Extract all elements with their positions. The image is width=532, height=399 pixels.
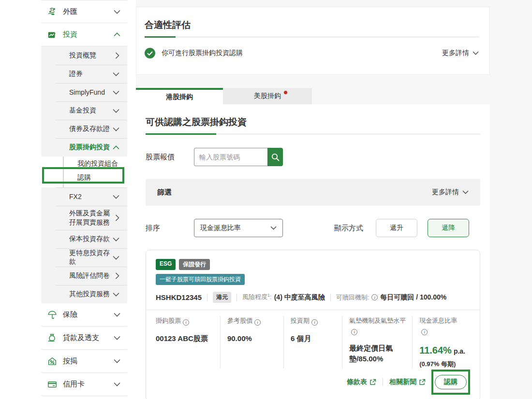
sidebar-item-other-investment-services[interactable]: 其他投資服務 [41,285,127,303]
product-actions-row: 條款表 相關新聞 認購 [156,370,470,395]
callable-mechanism-value: 每日可贖回 / 100.00% [380,293,446,302]
divider [207,294,207,301]
chevron-down-icon [113,109,119,113]
sidebar-item-loans-overdraft[interactable]: 貸款及透支 [41,327,127,350]
chevron-down-icon [270,226,277,230]
sidebar-item-bonds-cds[interactable]: 債券及存款證 [41,120,127,138]
info-icon[interactable]: i [421,329,428,335]
risk-level-label: 風險程度1: [242,293,272,301]
chevron-right-icon [115,272,119,279]
product-card: ESG 保證發行 一籃子股票可贖回股票掛鈎投資 HSHKD12345 港元 風險… [146,250,480,399]
chevron-down-icon [114,10,120,14]
filter-panel: 篩選 更多詳情 [146,179,480,206]
sort-row: 排序 現金派息比率 顯示方式 遞升 遞降 [146,219,480,237]
sort-descending-button[interactable]: 遞降 [428,219,469,237]
filter-more-details[interactable]: 更多詳情 [432,188,469,197]
section-rule [146,134,480,134]
chevron-down-icon [114,313,120,317]
listing-title: 可供認購之股票掛鈎投資 [146,116,480,128]
info-icon[interactable]: i [183,319,189,326]
column-header: 投資期i [291,316,337,326]
divider [383,378,383,386]
info-icon[interactable]: i [351,329,357,335]
money-bag-icon [47,333,58,343]
stock-quote-label: 股票報價 [146,153,194,162]
main-content: 合適性評估 你可進行股票掛鈎投資認購 更多詳情 港股掛鈎 美股掛鈎 可供認購之股… [136,0,532,399]
product-detail-columns: 掛鈎股票i 00123 ABC股票 參考股價i 90.00% 投資期i 6 個月… [156,316,470,369]
chevron-down-icon [462,190,469,194]
reference-price-value: 90.00% [227,333,279,344]
house-percent-icon [47,356,58,367]
chevron-down-icon [113,195,119,199]
search-button[interactable] [267,148,283,166]
suitability-card: 合適性評估 你可進行股票掛鈎投資認購 更多詳情 [136,7,490,75]
sidebar-item-label: 外匯 [63,7,77,16]
subscribe-button[interactable]: 認購 [435,375,467,389]
guaranteed-issue-badge: 保證發行 [179,259,210,270]
divider [146,310,480,310]
callable-mechanism-label: 可贖回機制: [336,293,369,302]
sidebar-item-subscribe[interactable]: 認購 [41,170,127,185]
sidebar-item-capital-protected-deposit[interactable]: 保本投資存款 [41,230,127,248]
chevron-down-icon [113,90,119,95]
display-mode-label: 顯示方式 [334,224,363,233]
stock-number-input[interactable] [194,148,267,166]
notification-dot [284,91,287,94]
suitability-message: 你可進行股票掛鈎投資認購 [162,49,243,57]
tab-bar: 港股掛鈎 美股掛鈎 [136,88,312,104]
info-icon[interactable]: i [311,319,318,326]
per-period-rate: (0.97% 每期) [419,359,465,369]
suitability-more-details[interactable]: 更多詳情 [442,49,479,57]
sidebar-item-simplyfund[interactable]: SimplyFund [41,83,127,101]
sidebar-item-label: 按揭 [63,356,77,366]
sidebar-item-securities[interactable]: 證券 [41,65,127,83]
chevron-down-icon [114,336,120,340]
sort-select[interactable]: 現金派息比率 [194,219,283,237]
sidebar-item-risk-questionnaire[interactable]: 風險評估問卷 [41,267,127,285]
chevron-down-icon [114,359,120,363]
sidebar-item-fx2[interactable]: FX2 [41,187,127,206]
tab-hk-equity-linked[interactable]: 港股掛鈎 [136,88,223,104]
related-news-link[interactable]: 相關新聞 [389,378,426,386]
linked-stock-value: 00123 ABC股票 [156,333,215,344]
sidebar-item-enhanced-yield-deposit[interactable]: 更特息投資存款 [41,248,127,267]
sidebar-item-fx[interactable]: FX 外匯 [41,0,127,23]
info-icon[interactable]: i [371,294,378,300]
sidebar-item-fx-precious-metals-margin[interactable]: 外匯及貴金屬孖展買賣服務 [41,206,127,230]
tab-us-equity-linked[interactable]: 美股掛鈎 [223,88,312,104]
tenor-value: 6 個月 [291,333,337,344]
sidebar-item-equity-linked-investment[interactable]: 股票掛鈎投資 [41,138,127,157]
fx-icon: FX [47,6,58,17]
listing-panel: 可供認購之股票掛鈎投資 股票報價 篩選 更多詳情 排序 現金派息比率 [136,104,490,399]
sidebar: FX 外匯 投資 投資概覽 證券 SimplyFund 基金投資 [41,0,127,396]
sort-ascending-button[interactable]: 遞升 [376,219,417,237]
info-icon[interactable]: i [254,319,261,326]
column-header: 現金派息比率i [419,316,465,335]
external-link-icon [419,379,426,385]
sidebar-item-investment-overview[interactable]: 投資概覽 [41,46,127,65]
sidebar-item-funds[interactable]: 基金投資 [41,101,127,120]
search-icon [271,153,280,162]
chevron-down-icon [113,237,119,242]
risk-level-value: (4) 中度至高風險 [274,293,325,302]
svg-text:FX: FX [51,9,55,12]
sidebar-item-my-portfolio[interactable]: 我的投資組合 [41,157,127,170]
sidebar-item-mortgage[interactable]: 按揭 [41,350,127,373]
check-circle-icon [145,48,155,58]
chevron-down-icon [113,256,119,260]
sidebar-item-insurance[interactable]: 保險 [41,303,127,327]
term-sheet-link[interactable]: 條款表 [347,378,376,386]
investment-chart-icon [47,29,58,40]
sidebar-item-label: 投資 [63,30,77,39]
column-header: 參考股價i [227,316,279,326]
sidebar-item-credit-card[interactable]: 信用卡 [41,373,127,396]
sort-label: 排序 [146,224,194,233]
chevron-right-icon [115,214,119,221]
sidebar-eli-sub-group: 我的投資組合 認購 [41,157,127,187]
product-type-badge: 一籃子股票可贖回股票掛鈎投資 [156,274,245,285]
product-code: HSHKD12345 [156,293,202,301]
sidebar-item-label: 保險 [63,310,77,319]
sidebar-item-investment[interactable]: 投資 [41,23,127,46]
highlight-box-subscribe-button: 認購 [431,370,470,395]
sidebar-item-label: 貸款及透支 [63,333,99,342]
